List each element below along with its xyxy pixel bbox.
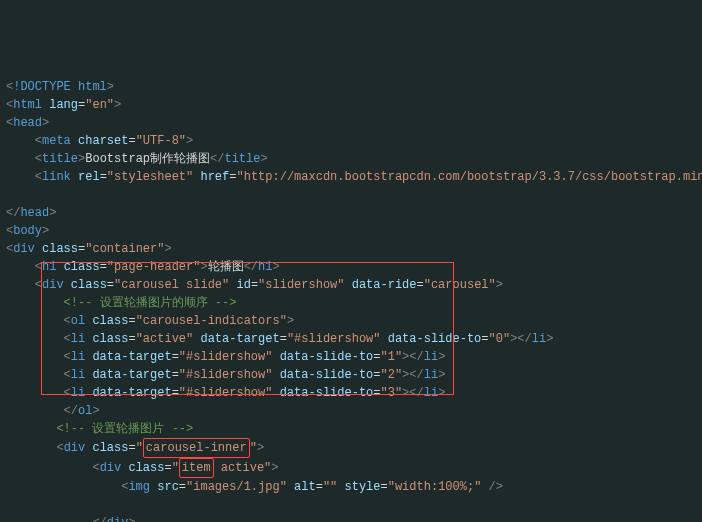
code-line-21: <div class="carousel-inner">: [6, 441, 264, 455]
code-line-18: <li data-target="#slidershow" data-slide…: [6, 386, 445, 400]
code-line-20: <!-- 设置轮播图片 -->: [6, 422, 193, 436]
code-line-3: <head>: [6, 116, 49, 130]
code-line-11: <h1 class="page-header">轮播图</h1>: [6, 260, 280, 274]
code-line-12: <div class="carousel slide" id="slidersh…: [6, 278, 503, 292]
highlight-carousel-inner: carousel-inner: [143, 438, 250, 458]
code-line-10: <div class="container">: [6, 242, 172, 256]
code-line-19: </ol>: [6, 404, 100, 418]
code-line-4: <meta charset="UTF-8">: [6, 134, 193, 148]
code-line-9: <body>: [6, 224, 49, 238]
code-block: <!DOCTYPE html> <html lang="en"> <head> …: [6, 78, 702, 522]
code-line-25: </div>: [6, 516, 136, 522]
code-line-13: <!-- 设置轮播图片的顺序 -->: [6, 296, 236, 310]
code-line-6: <link rel="stylesheet" href="http://maxc…: [6, 170, 702, 184]
code-line-1: <!DOCTYPE html>: [6, 80, 114, 94]
code-line-5: <title>Bootstrap制作轮播图</title>: [6, 152, 268, 166]
highlight-item: item: [179, 458, 214, 478]
code-line-2: <html lang="en">: [6, 98, 121, 112]
code-line-15: <li class="active" data-target="#sliders…: [6, 332, 553, 346]
code-line-14: <ol class="carousel-indicators">: [6, 314, 294, 328]
code-line-22: <div class="item active">: [6, 461, 278, 475]
code-line-17: <li data-target="#slidershow" data-slide…: [6, 368, 445, 382]
code-line-7: [6, 188, 13, 202]
code-line-23: <img src="images/1.jpg" alt="" style="wi…: [6, 480, 503, 494]
code-line-16: <li data-target="#slidershow" data-slide…: [6, 350, 445, 364]
code-line-24: [6, 498, 13, 512]
code-line-8: </head>: [6, 206, 56, 220]
